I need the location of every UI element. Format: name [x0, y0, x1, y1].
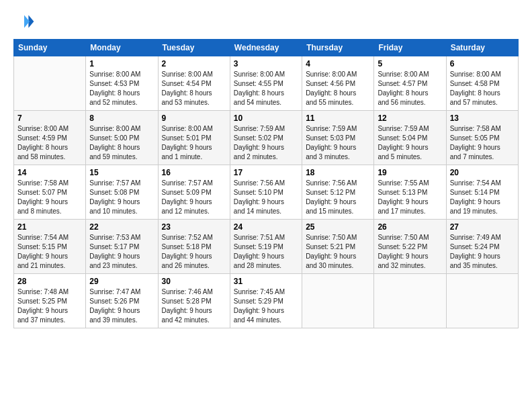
day-number: 30: [162, 277, 226, 286]
day-number: 23: [162, 222, 226, 232]
day-info: Sunrise: 7:56 AM Sunset: 5:12 PM Dayligh…: [306, 179, 370, 216]
day-cell: [302, 274, 374, 328]
day-cell: 7Sunrise: 8:00 AM Sunset: 4:59 PM Daylig…: [14, 111, 86, 165]
day-info: Sunrise: 7:57 AM Sunset: 5:08 PM Dayligh…: [89, 179, 154, 216]
day-info: Sunrise: 7:48 AM Sunset: 5:25 PM Dayligh…: [17, 287, 82, 325]
day-number: 1: [89, 59, 154, 68]
day-cell: 14Sunrise: 7:58 AM Sunset: 5:07 PM Dayli…: [14, 165, 86, 220]
day-cell: 19Sunrise: 7:55 AM Sunset: 5:13 PM Dayli…: [374, 165, 446, 220]
day-number: 22: [89, 222, 154, 232]
header-row: SundayMondayTuesdayWednesdayThursdayFrid…: [14, 40, 519, 56]
day-number: 15: [89, 168, 154, 177]
day-info: Sunrise: 7:45 AM Sunset: 5:29 PM Dayligh…: [234, 287, 298, 325]
header-cell-monday: Monday: [86, 40, 158, 56]
day-info: Sunrise: 7:59 AM Sunset: 5:02 PM Dayligh…: [234, 124, 298, 162]
day-info: Sunrise: 8:00 AM Sunset: 4:53 PM Dayligh…: [89, 70, 154, 107]
day-info: Sunrise: 7:50 AM Sunset: 5:21 PM Dayligh…: [306, 233, 370, 271]
day-info: Sunrise: 7:59 AM Sunset: 5:03 PM Dayligh…: [306, 124, 370, 162]
day-cell: 15Sunrise: 7:57 AM Sunset: 5:08 PM Dayli…: [86, 165, 158, 220]
day-info: Sunrise: 7:47 AM Sunset: 5:26 PM Dayligh…: [89, 287, 154, 325]
header-cell-wednesday: Wednesday: [230, 40, 302, 56]
day-cell: 25Sunrise: 7:50 AM Sunset: 5:21 PM Dayli…: [302, 220, 374, 274]
week-row-4: 21Sunrise: 7:54 AM Sunset: 5:15 PM Dayli…: [14, 220, 519, 274]
day-cell: 9Sunrise: 8:00 AM Sunset: 5:01 PM Daylig…: [158, 111, 230, 165]
day-cell: 28Sunrise: 7:48 AM Sunset: 5:25 PM Dayli…: [14, 274, 86, 328]
day-info: Sunrise: 7:57 AM Sunset: 5:09 PM Dayligh…: [162, 179, 226, 216]
day-cell: 20Sunrise: 7:54 AM Sunset: 5:14 PM Dayli…: [446, 165, 518, 220]
day-cell: 18Sunrise: 7:56 AM Sunset: 5:12 PM Dayli…: [302, 165, 374, 220]
day-cell: 17Sunrise: 7:56 AM Sunset: 5:10 PM Dayli…: [230, 165, 302, 220]
day-number: 31: [234, 277, 298, 286]
day-number: 27: [450, 222, 515, 232]
day-number: 3: [234, 59, 298, 68]
day-info: Sunrise: 7:49 AM Sunset: 5:24 PM Dayligh…: [450, 233, 515, 271]
day-info: Sunrise: 8:00 AM Sunset: 4:56 PM Dayligh…: [306, 70, 370, 107]
header-cell-thursday: Thursday: [302, 40, 374, 56]
day-info: Sunrise: 8:00 AM Sunset: 4:58 PM Dayligh…: [450, 70, 515, 107]
day-cell: 30Sunrise: 7:46 AM Sunset: 5:28 PM Dayli…: [158, 274, 230, 328]
day-cell: 4Sunrise: 8:00 AM Sunset: 4:56 PM Daylig…: [302, 56, 374, 111]
day-number: 8: [89, 113, 154, 123]
day-cell: 22Sunrise: 7:53 AM Sunset: 5:17 PM Dayli…: [86, 220, 158, 274]
day-number: 5: [378, 59, 442, 68]
header: [13, 11, 519, 32]
day-info: Sunrise: 7:50 AM Sunset: 5:22 PM Dayligh…: [378, 233, 442, 271]
day-info: Sunrise: 7:59 AM Sunset: 5:04 PM Dayligh…: [378, 124, 442, 162]
day-number: 6: [450, 59, 515, 68]
day-cell: 11Sunrise: 7:59 AM Sunset: 5:03 PM Dayli…: [302, 111, 374, 165]
day-number: 10: [234, 113, 298, 123]
day-cell: [14, 56, 86, 111]
day-cell: 21Sunrise: 7:54 AM Sunset: 5:15 PM Dayli…: [14, 220, 86, 274]
day-info: Sunrise: 8:00 AM Sunset: 4:54 PM Dayligh…: [162, 70, 226, 107]
header-cell-friday: Friday: [374, 40, 446, 56]
day-info: Sunrise: 8:00 AM Sunset: 5:00 PM Dayligh…: [89, 124, 154, 162]
day-number: 16: [162, 168, 226, 177]
day-cell: [374, 274, 446, 328]
day-number: 4: [306, 59, 370, 68]
day-number: 14: [17, 168, 82, 177]
day-number: 26: [378, 222, 442, 232]
day-info: Sunrise: 7:51 AM Sunset: 5:19 PM Dayligh…: [234, 233, 298, 271]
day-cell: 29Sunrise: 7:47 AM Sunset: 5:26 PM Dayli…: [86, 274, 158, 328]
day-info: Sunrise: 7:54 AM Sunset: 5:14 PM Dayligh…: [450, 179, 515, 216]
day-cell: 1Sunrise: 8:00 AM Sunset: 4:53 PM Daylig…: [86, 56, 158, 111]
day-info: Sunrise: 8:00 AM Sunset: 4:57 PM Dayligh…: [378, 70, 442, 107]
day-number: 19: [378, 168, 442, 177]
day-number: 20: [450, 168, 515, 177]
day-info: Sunrise: 7:46 AM Sunset: 5:28 PM Dayligh…: [162, 287, 226, 325]
day-cell: 3Sunrise: 8:00 AM Sunset: 4:55 PM Daylig…: [230, 56, 302, 111]
day-number: 13: [450, 113, 515, 123]
day-number: 12: [378, 113, 442, 123]
day-cell: 2Sunrise: 8:00 AM Sunset: 4:54 PM Daylig…: [158, 56, 230, 111]
day-info: Sunrise: 7:58 AM Sunset: 5:07 PM Dayligh…: [17, 179, 82, 216]
day-number: 9: [162, 113, 226, 123]
day-info: Sunrise: 7:55 AM Sunset: 5:13 PM Dayligh…: [378, 179, 442, 216]
calendar-header: SundayMondayTuesdayWednesdayThursdayFrid…: [14, 40, 519, 56]
week-row-3: 14Sunrise: 7:58 AM Sunset: 5:07 PM Dayli…: [14, 165, 519, 220]
day-number: 2: [162, 59, 226, 68]
header-cell-tuesday: Tuesday: [158, 40, 230, 56]
day-cell: 27Sunrise: 7:49 AM Sunset: 5:24 PM Dayli…: [446, 220, 518, 274]
header-cell-sunday: Sunday: [14, 40, 86, 56]
week-row-1: 1Sunrise: 8:00 AM Sunset: 4:53 PM Daylig…: [14, 56, 519, 111]
week-row-5: 28Sunrise: 7:48 AM Sunset: 5:25 PM Dayli…: [14, 274, 519, 328]
logo-icon: [13, 11, 35, 32]
day-info: Sunrise: 7:54 AM Sunset: 5:15 PM Dayligh…: [17, 233, 82, 271]
day-number: 25: [306, 222, 370, 232]
calendar-body: 1Sunrise: 8:00 AM Sunset: 4:53 PM Daylig…: [14, 56, 519, 328]
day-number: 21: [17, 222, 82, 232]
day-info: Sunrise: 7:52 AM Sunset: 5:18 PM Dayligh…: [162, 233, 226, 271]
day-number: 24: [234, 222, 298, 232]
day-cell: 31Sunrise: 7:45 AM Sunset: 5:29 PM Dayli…: [230, 274, 302, 328]
logo: [13, 11, 38, 32]
day-cell: 26Sunrise: 7:50 AM Sunset: 5:22 PM Dayli…: [374, 220, 446, 274]
day-cell: [446, 274, 518, 328]
day-info: Sunrise: 7:58 AM Sunset: 5:05 PM Dayligh…: [450, 124, 515, 162]
day-cell: 13Sunrise: 7:58 AM Sunset: 5:05 PM Dayli…: [446, 111, 518, 165]
day-info: Sunrise: 8:00 AM Sunset: 4:55 PM Dayligh…: [234, 70, 298, 107]
day-number: 17: [234, 168, 298, 177]
day-cell: 5Sunrise: 8:00 AM Sunset: 4:57 PM Daylig…: [374, 56, 446, 111]
day-info: Sunrise: 7:53 AM Sunset: 5:17 PM Dayligh…: [89, 233, 154, 271]
day-cell: 8Sunrise: 8:00 AM Sunset: 5:00 PM Daylig…: [86, 111, 158, 165]
page: SundayMondayTuesdayWednesdayThursdayFrid…: [0, 0, 532, 411]
